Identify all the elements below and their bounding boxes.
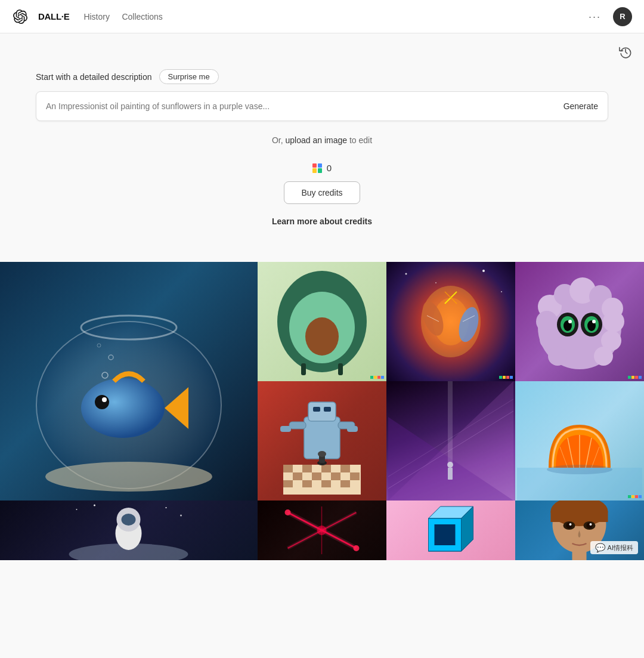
header: DALL·E History Collections ··· R [0, 0, 644, 33]
svg-point-115 [566, 523, 572, 529]
search-bar: Generate [36, 91, 608, 121]
nav-history[interactable]: History [79, 10, 114, 24]
svg-rect-57 [302, 480, 312, 487]
svg-point-4 [95, 395, 109, 409]
svg-point-116 [587, 523, 593, 529]
history-icon-button[interactable] [619, 45, 632, 61]
top-section: Start with a detailed description Surpri… [0, 33, 644, 262]
svg-rect-53 [312, 472, 321, 480]
svg-rect-112 [551, 511, 608, 522]
gallery-item-neon[interactable] [258, 501, 386, 560]
svg-point-17 [482, 270, 485, 272]
svg-rect-56 [283, 480, 293, 487]
gallery-item-avocado-chair[interactable] [258, 262, 386, 381]
svg-point-98 [285, 509, 291, 515]
svg-rect-61 [308, 402, 336, 421]
svg-rect-107 [435, 524, 456, 545]
svg-point-89 [76, 509, 78, 510]
svg-rect-58 [321, 480, 331, 487]
svg-rect-14 [338, 363, 343, 375]
svg-rect-54 [331, 472, 340, 480]
prompt-input[interactable] [46, 92, 564, 121]
svg-point-6 [45, 462, 212, 492]
svg-rect-49 [302, 465, 312, 472]
svg-point-90 [94, 505, 95, 506]
svg-rect-59 [340, 480, 350, 487]
gallery-item-fish[interactable] [0, 262, 258, 501]
main-nav: History Collections [79, 11, 168, 22]
svg-point-84 [547, 465, 612, 474]
color-corner-avocado [370, 376, 384, 379]
learn-more-link[interactable]: Learn more about credits [272, 217, 372, 226]
surprise-me-button[interactable]: Surprise me [159, 69, 219, 84]
header-left: DALL·E History Collections [12, 8, 168, 25]
svg-point-91 [166, 507, 167, 508]
svg-rect-52 [293, 472, 302, 480]
svg-rect-55 [350, 472, 360, 480]
dalle-credits-icon [312, 163, 322, 173]
svg-rect-13 [301, 363, 306, 375]
prompt-label: Start with a detailed description [36, 72, 152, 82]
color-corner-space [499, 376, 513, 379]
generate-button[interactable]: Generate [564, 97, 598, 116]
svg-point-12 [305, 317, 339, 356]
svg-rect-48 [283, 465, 293, 472]
nav-collections[interactable]: Collections [117, 10, 167, 24]
buy-credits-button[interactable]: Buy credits [284, 181, 360, 204]
header-right: ··· R [584, 7, 632, 26]
svg-point-88 [122, 514, 136, 526]
gallery-item-orange[interactable] [515, 381, 644, 501]
svg-point-18 [501, 291, 502, 292]
app-name: DALL·E [38, 11, 69, 21]
upload-image-link[interactable]: upload an image [286, 135, 348, 145]
svg-rect-67 [347, 426, 358, 432]
svg-rect-51 [340, 465, 350, 472]
svg-point-35 [540, 329, 560, 350]
svg-point-15 [405, 273, 407, 275]
upload-text-before: Or, [272, 135, 283, 145]
svg-point-46 [592, 320, 596, 323]
svg-point-37 [548, 347, 567, 366]
openai-logo-icon [12, 8, 29, 25]
svg-rect-65 [280, 426, 291, 432]
gallery-item-blue-box[interactable] [386, 501, 515, 560]
svg-point-92 [180, 515, 182, 517]
avatar[interactable]: R [613, 7, 632, 26]
svg-point-16 [435, 282, 436, 283]
svg-rect-119 [572, 548, 587, 560]
prompt-label-row: Start with a detailed description Surpri… [36, 69, 608, 84]
svg-point-70 [318, 451, 326, 457]
gallery-item-monster[interactable] [515, 262, 644, 381]
main-content: Start with a detailed description Surpri… [0, 0, 644, 560]
svg-point-5 [102, 397, 107, 402]
more-options-button[interactable]: ··· [584, 9, 606, 24]
svg-point-99 [354, 545, 360, 551]
svg-point-118 [590, 523, 592, 526]
gallery-item-space[interactable] [386, 262, 515, 381]
svg-point-38 [594, 347, 613, 366]
credits-display: 0 [312, 163, 332, 173]
svg-rect-64 [289, 422, 306, 429]
svg-point-34 [603, 311, 624, 332]
svg-point-33 [536, 311, 558, 332]
svg-point-45 [568, 320, 572, 323]
svg-point-100 [317, 526, 327, 535]
gallery-item-portrait[interactable]: 💬 AI情报科 [515, 501, 644, 560]
upload-row: Or, upload an image to edit [12, 135, 632, 145]
svg-rect-75 [448, 468, 453, 480]
color-corner-orange [628, 495, 642, 498]
svg-point-117 [569, 523, 572, 526]
svg-point-2 [81, 378, 165, 438]
svg-rect-62 [313, 407, 320, 412]
credits-count: 0 [327, 163, 332, 173]
svg-rect-63 [324, 407, 331, 412]
svg-rect-50 [321, 465, 331, 472]
credits-section: 0 Buy credits [12, 163, 632, 204]
gallery: 💬 AI情报科 [0, 262, 644, 560]
gallery-item-robot-chess[interactable] [258, 381, 386, 501]
upload-text-after: to edit [349, 135, 372, 145]
gallery-item-astronaut[interactable] [0, 501, 258, 560]
color-corner-monster [628, 376, 642, 379]
ai-watermark: 💬 AI情报科 [590, 541, 638, 554]
gallery-item-lone-figure[interactable] [386, 381, 515, 501]
